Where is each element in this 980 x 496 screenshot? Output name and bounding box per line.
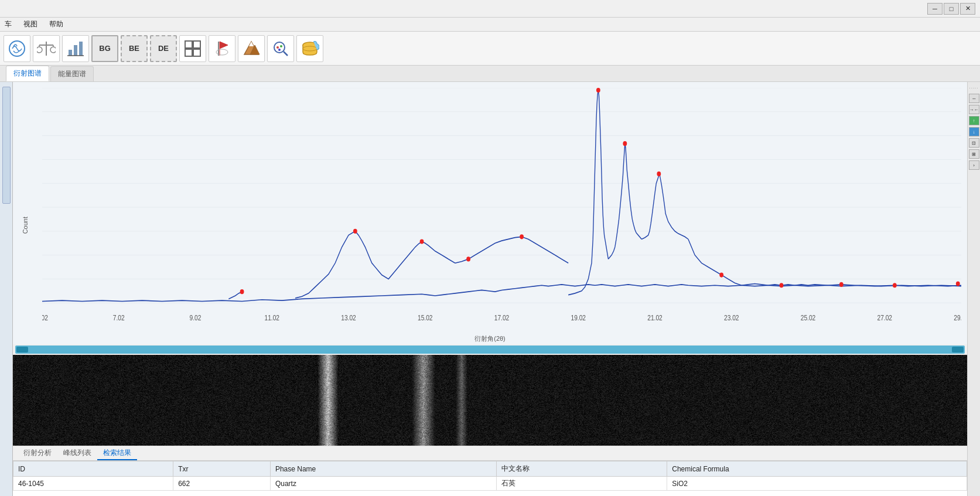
table-cell: 46-1045 xyxy=(13,477,173,491)
svg-rect-9 xyxy=(79,42,83,56)
balance-button[interactable] xyxy=(33,35,60,62)
svg-text:25.02: 25.02 xyxy=(801,314,816,321)
peak-marker xyxy=(240,289,244,294)
peak-marker xyxy=(596,88,600,93)
svg-text:27.02: 27.02 xyxy=(877,314,892,321)
col-phase-name: Phase Name xyxy=(270,461,497,477)
svg-rect-11 xyxy=(185,41,192,48)
menu-car[interactable]: 车 xyxy=(2,18,14,30)
x-axis-label: 衍射角(2θ) xyxy=(474,334,506,343)
window-controls: ─ □ ✕ xyxy=(927,3,975,15)
svg-text:13.02: 13.02 xyxy=(341,314,356,321)
database-button[interactable] xyxy=(296,35,323,62)
expand-down-button[interactable]: ↓ xyxy=(969,127,979,136)
svg-rect-7 xyxy=(69,50,72,56)
results-section: ID Txr Phase Name 中文名称 Chemical Formula … xyxy=(13,461,967,496)
table-cell: Quartz xyxy=(270,477,497,491)
peak-marker xyxy=(657,172,661,176)
menu-help[interactable]: 帮助 xyxy=(47,18,66,30)
titlebar: ─ □ ✕ xyxy=(0,0,980,18)
svg-rect-12 xyxy=(193,41,200,48)
svg-text:17.02: 17.02 xyxy=(494,314,510,321)
svg-point-23 xyxy=(280,45,282,47)
svg-text:11.02: 11.02 xyxy=(264,314,279,321)
fingerprint-button[interactable] xyxy=(4,35,30,62)
collapse-button[interactable]: › xyxy=(969,160,979,170)
maximize-button[interactable]: □ xyxy=(944,3,959,15)
svg-rect-13 xyxy=(185,49,192,56)
svg-text:9.02: 9.02 xyxy=(190,314,202,321)
peak-marker xyxy=(466,256,470,261)
mountain-button[interactable] xyxy=(238,35,265,62)
svg-rect-14 xyxy=(193,49,200,56)
peak-marker xyxy=(623,141,627,146)
table-cell: 石英 xyxy=(497,477,667,491)
svg-text:5.02: 5.02 xyxy=(42,314,48,321)
tab-peak-list[interactable]: 峰线列表 xyxy=(57,447,97,460)
xrd-chart: Count .grid-line { stroke: #dde4ea; stro… xyxy=(13,82,967,344)
tab-energy[interactable]: 能量图谱 xyxy=(50,66,94,81)
table-cell: 662 xyxy=(173,477,271,491)
peak-marker xyxy=(520,234,524,239)
svg-rect-8 xyxy=(74,45,77,56)
table-row[interactable]: 46-1045662Quartz石英SiO2 xyxy=(13,477,967,491)
tab-diffraction-analysis[interactable]: 衍射分析 xyxy=(18,447,57,460)
y-axis-label: Count xyxy=(22,217,29,234)
tab-search-results[interactable]: 检索结果 xyxy=(97,447,137,460)
xrd-chart-svg: .grid-line { stroke: #dde4ea; stroke-wid… xyxy=(42,88,961,327)
scrollbar-left-btn[interactable] xyxy=(16,347,28,353)
chart-scrollbar[interactable] xyxy=(15,346,965,354)
tab-xrd[interactable]: 衍射图谱 xyxy=(6,66,49,81)
svg-point-3 xyxy=(37,47,42,53)
col-chinese-name: 中文名称 xyxy=(497,461,667,477)
grid-view-button[interactable]: ⊞ xyxy=(969,149,979,159)
toolbar: BG BE DE xyxy=(0,32,980,66)
svg-point-20 xyxy=(274,42,285,53)
de-button[interactable]: DE xyxy=(150,35,177,62)
peak-flag-button[interactable] xyxy=(209,35,235,62)
peak-marker xyxy=(956,281,960,286)
table-header-row: ID Txr Phase Name 中文名称 Chemical Formula xyxy=(13,461,967,477)
barchart-button[interactable] xyxy=(62,35,89,62)
left-scrollbar[interactable] xyxy=(2,87,11,204)
peak-marker xyxy=(719,273,723,278)
peak-marker xyxy=(420,239,424,244)
menubar: 车 视图 帮助 xyxy=(0,18,980,32)
col-chemical-formula: Chemical Formula xyxy=(667,461,967,477)
svg-point-24 xyxy=(278,49,281,51)
peak-marker xyxy=(780,283,784,288)
zoom-button[interactable]: ⊡ xyxy=(969,138,979,148)
bg-button[interactable]: BG xyxy=(91,35,118,62)
center-content: Count .grid-line { stroke: #dde4ea; stro… xyxy=(13,82,967,496)
svg-text:7.02: 7.02 xyxy=(113,314,125,321)
minimize-button[interactable]: ─ xyxy=(927,3,943,15)
bottom-tab-bar: 衍射分析 峰线列表 检索结果 xyxy=(13,446,967,461)
right-panel-dots: ····· xyxy=(968,84,979,92)
col-txr: Txr xyxy=(173,461,271,477)
right-panel: ····· ↔ →← ↑ ↓ ⊡ ⊞ › xyxy=(967,82,980,496)
expand-up-button[interactable]: ↑ xyxy=(969,116,979,125)
col-id: ID xyxy=(13,461,173,477)
svg-point-4 xyxy=(50,47,56,53)
be-button[interactable]: BE xyxy=(121,35,148,62)
svg-text:15.02: 15.02 xyxy=(418,314,433,321)
detector-image xyxy=(13,355,967,446)
expand-h-button[interactable]: ↔ xyxy=(969,94,979,103)
svg-text:19.02: 19.02 xyxy=(571,314,586,321)
svg-text:21.02: 21.02 xyxy=(647,314,663,321)
main-tab-bar: 衍射图谱 能量图谱 xyxy=(0,66,980,82)
svg-text:23.02: 23.02 xyxy=(724,314,739,321)
svg-point-26 xyxy=(303,46,317,51)
analyze-button[interactable] xyxy=(267,35,294,62)
main-body: Count .grid-line { stroke: #dde4ea; stro… xyxy=(0,82,980,496)
svg-line-21 xyxy=(284,52,288,56)
svg-point-22 xyxy=(276,46,279,49)
scrollbar-right-btn[interactable] xyxy=(952,347,964,353)
peak-marker xyxy=(893,283,897,288)
peak-marker xyxy=(839,282,844,287)
grid-button[interactable] xyxy=(179,35,206,62)
contract-h-button[interactable]: →← xyxy=(969,105,979,114)
close-button[interactable]: ✕ xyxy=(960,3,975,15)
menu-view[interactable]: 视图 xyxy=(21,18,40,30)
results-table: ID Txr Phase Name 中文名称 Chemical Formula … xyxy=(13,461,967,491)
